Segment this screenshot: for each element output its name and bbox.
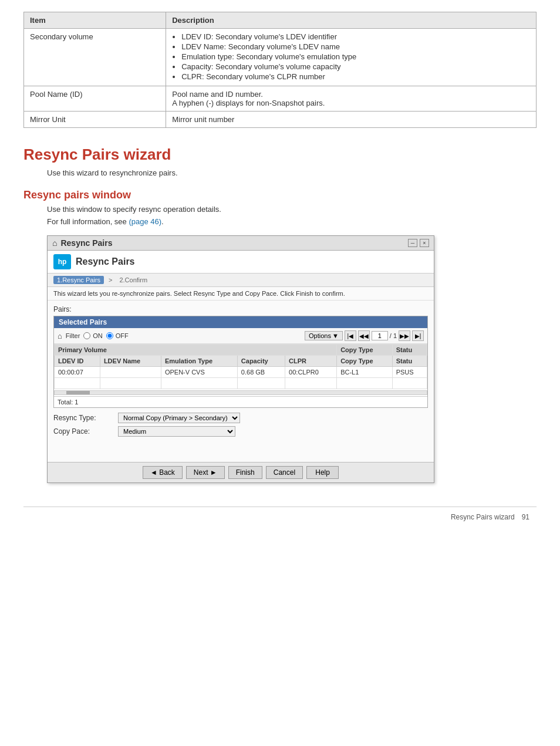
empty-row [55,378,427,389]
page-number-value: 91 [522,513,529,521]
list-item: LDEV Name: Secondary volume's LDEV name [181,42,530,51]
cell-emulation-type: OPEN-V CVS [161,367,237,378]
list-item: Emulation type: Secondary volume's emula… [181,52,530,61]
table-row-pool-name: Pool Name (ID) Pool name and ID number. … [24,86,537,112]
radio-off-label: OFF [116,332,129,339]
th-capacity: Capacity [237,356,285,367]
dialog-info: This wizard lets you re-synchronize pair… [48,287,434,301]
th-ldev-id: LDEV ID [55,356,100,367]
selected-pairs-header: Selected Pairs [54,316,427,328]
data-table: Primary Volume Copy Type Statu LDEV ID L… [54,344,427,389]
th-status: Statu [392,356,427,367]
options-dropdown-icon: ▼ [332,332,339,339]
pool-desc-line2: A hyphen (-) displays for non-Snapshot p… [172,99,325,107]
hp-logo: hp [53,254,71,269]
step1-active: 1.Resync Pairs [53,276,104,284]
desc-pool-name: Pool name and ID number. A hyphen (-) di… [166,86,537,112]
titlebar-left: ⌂ Resync Pairs [52,238,112,248]
radio-on-label: ON [93,332,103,339]
copy-pace-select[interactable]: Medium [118,426,235,437]
options-button[interactable]: Options ▼ [305,331,343,340]
col-header-description: Description [166,12,537,29]
nav-first-button[interactable]: |◀ [345,330,356,341]
copy-pace-label: Copy Pace: [53,427,118,436]
info-text: This wizard lets you re-synchronize pair… [53,290,345,297]
cell-capacity: 0.68 GB [237,367,285,378]
titlebar-icons: ─ × [408,239,429,247]
data-row: 00:00:07 OPEN-V CVS 0.68 GB 00:CLPR0 BC-… [55,367,427,378]
page-chapter: Resync Pairs wizard [451,513,515,521]
form-section: Resync Type: Normal Copy (Primary > Seco… [53,413,428,437]
section-title: Resync Pairs wizard [23,146,537,164]
total-label: Total: [58,399,73,406]
desc2-link[interactable]: (page 46) [129,217,161,226]
resync-type-select[interactable]: Normal Copy (Primary > Secondary) [118,413,240,423]
page-footer: Resync Pairs wizard 91 [23,507,537,521]
finish-button[interactable]: Finish [228,466,262,479]
group-header-primary-volume: Primary Volume [55,345,337,356]
th-copy-type: Copy Type [337,356,392,367]
close-button[interactable]: × [420,239,429,247]
step2-inactive: 2.Confirm [117,276,150,284]
titlebar-title: Resync Pairs [60,238,112,248]
pool-desc-line1: Pool name and ID number. [172,90,263,99]
nav-next-button[interactable]: ▶▶ [399,330,410,341]
desc-secondary-volume: LDEV ID: Secondary volume's LDEV identif… [166,29,537,86]
step-arrow: > [106,276,114,284]
th-clpr: CLPR [285,356,337,367]
pairs-label: Pairs: [53,305,428,313]
desc2-prefix: For full information, see [47,217,129,226]
col-header-item: Item [24,12,166,29]
nav-prev-button[interactable]: ◀◀ [358,330,370,341]
page-current-input[interactable] [372,331,388,340]
doc-table: Item Description Secondary volume LDEV I… [23,12,537,128]
subsection-title: Resync pairs window [23,189,537,201]
list-item: LDEV ID: Secondary volume's LDEV identif… [181,32,530,41]
next-button[interactable]: Next ► [186,466,225,479]
dialog-titlebar: ⌂ Resync Pairs ─ × [48,236,434,251]
item-mirror-unit: Mirror Unit [24,112,166,128]
pairs-section: Selected Pairs ⌂ Filter ON OFF Options ▼ [53,316,428,408]
subsection-desc2: For full information, see (page 46). [47,217,537,226]
dialog-window: ⌂ Resync Pairs ─ × hp Resync Pairs 1.Res… [47,235,434,483]
item-pool-name: Pool Name (ID) [24,86,166,112]
col-headers-row: LDEV ID LDEV Name Emulation Type Capacit… [55,356,427,367]
dialog-header: hp Resync Pairs [48,251,434,274]
radio-off-group: OFF [106,332,129,339]
cell-copy-type: BC-L1 [337,367,392,378]
resync-type-row: Resync Type: Normal Copy (Primary > Seco… [53,413,428,423]
page-separator: / [390,332,392,339]
filter-label: Filter [66,332,80,339]
radio-off[interactable] [106,332,113,339]
col-status: Statu [392,345,427,356]
options-label: Options [309,332,331,339]
table-container: Primary Volume Copy Type Statu LDEV ID L… [54,344,427,389]
horizontal-scrollbar[interactable] [54,390,427,395]
back-button[interactable]: ◄ Back [143,466,183,479]
titlebar-icon: ⌂ [52,238,57,248]
cell-ldev-name [100,367,161,378]
cell-clpr: 00:CLPR0 [285,367,337,378]
th-ldev-name: LDEV Name [100,356,161,367]
nav-last-button[interactable]: ▶| [412,330,424,341]
pairs-toolbar: ⌂ Filter ON OFF Options ▼ |◀ ◀◀ [54,328,427,344]
page-total: 1 [393,332,397,339]
table-row-secondary-volume: Secondary volume LDEV ID: Secondary volu… [24,29,537,86]
toolbar-right: Options ▼ |◀ ◀◀ / 1 ▶▶ ▶| [305,330,424,341]
filter-icon: ⌂ [58,332,62,340]
copy-pace-row: Copy Pace: Medium [53,426,428,437]
desc2-suffix: . [161,217,164,226]
total-value: 1 [75,399,78,406]
section-description: Use this wizard to resynchronize pairs. [47,168,537,177]
total-row: Total: 1 [54,396,427,407]
item-secondary-volume: Secondary volume [24,29,166,86]
minimize-button[interactable]: ─ [408,239,417,247]
help-button[interactable]: Help [306,466,339,479]
cancel-button[interactable]: Cancel [266,466,303,479]
dialog-steps: 1.Resync Pairs > 2.Confirm [48,274,434,287]
cell-status: PSUS [392,367,427,378]
radio-on[interactable] [83,332,90,339]
radio-on-group: ON [83,332,103,339]
group-header-row: Primary Volume Copy Type Statu [55,345,427,356]
scrollbar-thumb [66,391,90,394]
